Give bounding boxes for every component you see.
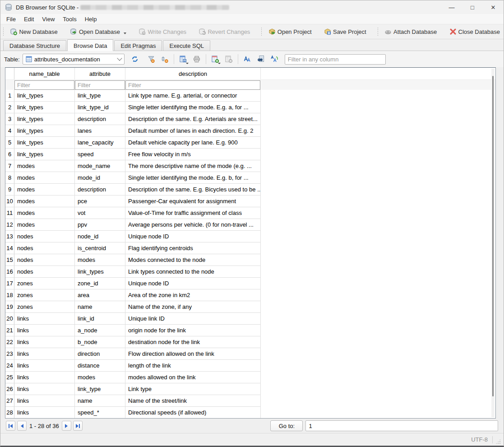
resize-grip-icon[interactable] [495,439,501,444]
table-row[interactable]: 10modespcePassenger-Car equivalent for a… [5,196,495,207]
table-row[interactable]: 12modesppvAverage persons per vehicle. (… [5,219,495,231]
cell-name_table[interactable]: zones [14,301,75,313]
cell-name_table[interactable]: links [14,313,75,325]
row-number[interactable]: 20 [5,313,14,325]
cell-name_table[interactable]: zones [14,289,75,301]
vertical-scrollbar[interactable] [491,69,495,417]
goto-button[interactable]: Go to: [270,420,303,431]
cell-name_table[interactable]: modes [14,172,75,184]
cell-attribute[interactable]: modes [75,254,125,266]
cell-description[interactable]: Link types connected to the node [125,266,261,278]
cell-name_table[interactable]: link_types [14,90,75,102]
cell-attribute[interactable]: area [75,289,125,301]
tab-browse-data[interactable]: Browse Data [67,39,113,51]
cell-description[interactable]: Flow direction allowed on the link [125,348,261,360]
table-row[interactable]: 9modesdescriptionDescription of the same… [5,184,495,196]
open-database-dropdown-icon[interactable] [124,33,126,34]
row-number[interactable]: 8 [5,172,14,184]
row-number[interactable]: 12 [5,219,14,231]
table-row[interactable]: 22linksb_nodedestination node for the li… [5,336,495,348]
cell-attribute[interactable]: speed [75,149,125,160]
row-number[interactable]: 13 [5,231,14,242]
save-project-button[interactable]: Save Project [320,26,370,37]
cell-attribute[interactable]: lane_capacity [75,137,125,149]
header-name_table[interactable]: name_table [14,68,75,79]
insert-record-dropdown-icon[interactable] [218,63,221,64]
row-number[interactable]: 27 [5,395,14,407]
table-row[interactable]: 23linksdirectionFlow direction allowed o… [5,348,495,360]
table-row[interactable]: 26linkslink_typeLink type [5,383,495,395]
table-row[interactable]: 3link_typesdescriptionDescription of the… [5,113,495,125]
cell-description[interactable]: Passenger-Car equivalent for assignment [125,196,261,207]
cell-description[interactable]: Single letter identifying the mode. E.g.… [125,172,261,184]
cell-attribute[interactable]: name [75,395,125,407]
cell-name_table[interactable]: links [14,336,75,348]
table-row[interactable]: 18zonesareaArea of the zone in km2 [5,289,495,301]
row-number[interactable]: 14 [5,242,14,254]
cell-description[interactable]: Name of the zone, if any [125,301,261,313]
table-row[interactable]: 19zonesnameName of the zone, if any [5,301,495,313]
cell-name_table[interactable]: modes [14,160,75,172]
cell-description[interactable]: Name of the street/link [125,395,261,407]
cell-attribute[interactable]: zone_id [75,278,125,289]
tab-execute-sql[interactable]: Execute SQL [163,40,210,51]
cell-attribute[interactable]: modes [75,372,125,383]
table-row[interactable]: 15nodesmodesModes connected to the node [5,254,495,266]
row-number[interactable]: 6 [5,149,14,160]
insert-record-button[interactable] [209,53,221,65]
cell-attribute[interactable]: ppv [75,219,125,231]
cell-attribute[interactable]: node_id [75,231,125,242]
row-number[interactable]: 7 [5,160,14,172]
new-database-button[interactable]: New Database [6,26,61,37]
cell-description[interactable]: Default number of lanes in each directio… [125,125,261,137]
filter-input-name_table[interactable] [14,80,74,90]
row-number[interactable]: 2 [5,102,14,113]
row-number[interactable]: 22 [5,336,14,348]
row-number[interactable]: 9 [5,184,14,196]
table-row[interactable]: 13nodesnode_idUnique node ID [5,231,495,242]
cell-attribute[interactable]: link_type [75,383,125,395]
previous-page-button[interactable] [17,421,27,431]
close-database-button[interactable]: Close Database [446,26,504,37]
cell-description[interactable]: Unique node ID [125,231,261,242]
open-database-button[interactable]: Open Database [66,26,130,37]
header-attribute[interactable]: attribute [75,68,125,79]
row-number[interactable]: 16 [5,266,14,278]
cell-description[interactable]: Area of the zone in km2 [125,289,261,301]
cell-attribute[interactable]: pce [75,196,125,207]
table-select[interactable]: attributes_documentation [23,54,125,65]
cell-description[interactable]: Default vehicle capacity per lane. E.g. … [125,137,261,149]
cell-name_table[interactable]: nodes [14,254,75,266]
row-number[interactable]: 24 [5,360,14,372]
table-row[interactable]: 5link_typeslane_capacityDefault vehicle … [5,137,495,149]
table-row[interactable]: 20linkslink_idUnique link ID [5,313,495,325]
minimize-button[interactable]: — [441,0,462,14]
table-row[interactable]: 1link_typeslink_typeLink type name. E.g.… [5,90,495,102]
cell-attribute[interactable]: speed_* [75,407,125,419]
cell-attribute[interactable]: mode_name [75,160,125,172]
cell-name_table[interactable]: links [14,325,75,336]
cell-description[interactable]: Link type name. E.g. arterial, or connec… [125,90,261,102]
table-row[interactable]: 2link_typeslink_type_idSingle letter ide… [5,102,495,113]
menu-edit[interactable]: Edit [20,15,38,23]
table-row[interactable]: 6link_typesspeedFree flow velocity in m/… [5,149,495,160]
table-row[interactable]: 4link_typeslanesDefault number of lanes … [5,125,495,137]
tab-edit-pragmas[interactable]: Edit Pragmas [114,40,162,51]
open-project-button[interactable]: Open Project [265,26,315,37]
attach-database-button[interactable]: Attach Database [381,26,440,37]
cell-description[interactable]: Unique node ID [125,278,261,289]
first-page-button[interactable] [6,421,15,431]
tab-database-structure[interactable]: Database Structure [3,40,66,51]
cell-attribute[interactable]: link_type_id [75,102,125,113]
last-page-button[interactable] [73,421,83,431]
table-row[interactable]: 25linksmodesmodes allowed on the link [5,372,495,383]
menu-help[interactable]: Help [81,15,101,23]
table-row[interactable]: 27linksnameName of the street/link [5,395,495,407]
cell-description[interactable]: origin node for the link [125,325,261,336]
row-number[interactable]: 3 [5,113,14,125]
table-row[interactable]: 11modesvotValue-of-Time for traffic assi… [5,207,495,219]
cell-attribute[interactable]: a_node [75,325,125,336]
row-number[interactable]: 25 [5,372,14,383]
cell-description[interactable]: Link type [125,383,261,395]
cell-name_table[interactable]: nodes [14,231,75,242]
